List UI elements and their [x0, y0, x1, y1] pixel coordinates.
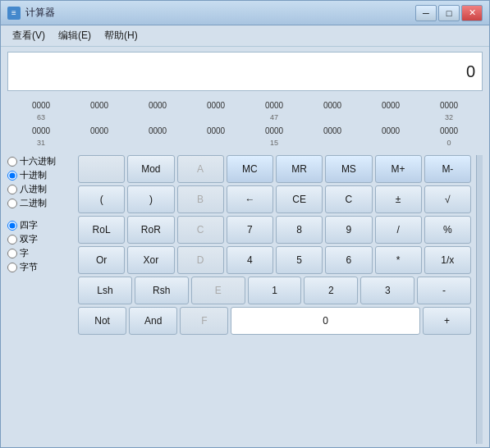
minimize-button[interactable]: ─	[415, 5, 437, 21]
bit-cell: 0000	[187, 99, 245, 112]
mr-button[interactable]: MR	[276, 155, 323, 183]
d-button: D	[177, 246, 224, 274]
bit-label: 32	[420, 112, 478, 124]
button-row-1: Mod A MC MR MS M+ M-	[78, 155, 471, 183]
bit-cell: 0000	[12, 99, 70, 112]
menubar: 查看(V) 编辑(E) 帮助(H)	[1, 25, 489, 47]
not-button[interactable]: Not	[78, 307, 126, 335]
bit-cell: 0000	[304, 99, 361, 112]
mc-button[interactable]: MC	[227, 155, 273, 183]
radio-dec-label: 十进制	[20, 169, 47, 181]
radio-hex[interactable]: 十六进制	[7, 155, 73, 167]
e-button: E	[191, 277, 245, 304]
radio-word-input[interactable]	[7, 249, 17, 258]
mminus-button[interactable]: M-	[424, 155, 471, 183]
bit-display: 0000 0000 0000 0000 0000 0000 0000 0000 …	[7, 96, 483, 152]
bit-cell: 0000	[187, 125, 245, 137]
radio-hex-input[interactable]	[7, 157, 17, 167]
bit-cell: 0000	[245, 125, 303, 137]
lparen-button[interactable]: (	[78, 185, 125, 213]
bit-cell: 0000	[71, 99, 128, 112]
word-radio-group: 四字 双字 字 字节	[7, 219, 73, 273]
n5-button[interactable]: 5	[276, 246, 323, 274]
maximize-button[interactable]: □	[438, 5, 460, 21]
radio-qword[interactable]: 四字	[7, 219, 73, 231]
n8-button[interactable]: 8	[276, 216, 323, 244]
radio-dec[interactable]: 十进制	[7, 169, 73, 181]
bit-label: 31	[12, 138, 70, 149]
radio-bin[interactable]: 二进制	[7, 197, 73, 209]
radio-qword-label: 四字	[20, 219, 38, 231]
subtract-button[interactable]: -	[417, 277, 471, 304]
multiply-button[interactable]: *	[375, 246, 422, 274]
rsh-button[interactable]: Rsh	[135, 277, 189, 304]
bit-label	[304, 112, 361, 124]
radio-dword-label: 双字	[20, 233, 38, 245]
c2-button: C	[177, 216, 224, 244]
mplus-button[interactable]: M+	[375, 155, 422, 183]
divide-button[interactable]: /	[375, 216, 422, 244]
sqrt-button[interactable]: √	[424, 185, 471, 213]
bit-label	[187, 112, 245, 124]
radio-qword-input[interactable]	[7, 221, 17, 231]
n6-button[interactable]: 6	[325, 246, 372, 274]
bit-label: 47	[245, 112, 303, 124]
bit-cell: 0000	[12, 125, 70, 137]
empty-button[interactable]	[78, 155, 125, 183]
n4-button[interactable]: 4	[227, 246, 273, 274]
radio-byte[interactable]: 字节	[7, 261, 73, 273]
titlebar: ≡ 计算器 ─ □ ✕	[1, 1, 489, 25]
ce-button[interactable]: CE	[276, 185, 323, 213]
plusminus-button[interactable]: ±	[375, 185, 422, 213]
ror-button[interactable]: RoR	[127, 216, 174, 244]
rparen-button[interactable]: )	[127, 185, 174, 213]
a-button: A	[177, 155, 224, 183]
radio-bin-input[interactable]	[7, 199, 17, 208]
radio-dword-input[interactable]	[7, 235, 17, 245]
ms-button[interactable]: MS	[325, 155, 372, 183]
close-button[interactable]: ✕	[461, 5, 483, 21]
backspace-button[interactable]: ←	[227, 185, 273, 213]
menu-help[interactable]: 帮助(H)	[99, 27, 143, 44]
and-button[interactable]: And	[129, 307, 177, 335]
xor-button[interactable]: Xor	[127, 246, 174, 274]
separator	[7, 213, 73, 216]
percent-button[interactable]: %	[424, 216, 471, 244]
menu-edit[interactable]: 编辑(E)	[53, 27, 96, 44]
app-icon: ≡	[7, 7, 21, 20]
lsh-button[interactable]: Lsh	[78, 277, 132, 304]
rol-button[interactable]: RoL	[78, 216, 125, 244]
calculator-window: ≡ 计算器 ─ □ ✕ 查看(V) 编辑(E) 帮助(H) 0 0000 000…	[0, 0, 490, 448]
mod-button[interactable]: Mod	[127, 155, 174, 183]
bit-cell: 0000	[71, 125, 128, 137]
radio-oct-input[interactable]	[7, 185, 17, 194]
bit-cell: 0000	[304, 125, 361, 137]
radio-dword[interactable]: 双字	[7, 233, 73, 245]
display: 0	[7, 52, 483, 91]
n2-button[interactable]: 2	[304, 277, 358, 304]
bit-label	[129, 138, 186, 149]
bit-label	[71, 138, 128, 149]
radio-byte-input[interactable]	[7, 263, 17, 272]
n9-button[interactable]: 9	[325, 216, 372, 244]
radio-dec-input[interactable]	[7, 171, 17, 181]
add-button[interactable]: +	[423, 307, 471, 335]
window-title: 计算器	[25, 6, 415, 20]
n3-button[interactable]: 3	[360, 277, 414, 304]
reciprocal-button[interactable]: 1/x	[424, 246, 471, 274]
bit-label: 0	[420, 138, 478, 149]
button-row-5: Lsh Rsh E 1 2 3 -	[78, 277, 471, 304]
base-radio-group: 十六进制 十进制 八进制 二进制	[7, 155, 73, 209]
button-row-2: ( ) B ← CE C ± √	[78, 185, 471, 213]
vertical-scrollbar[interactable]	[476, 155, 483, 444]
n7-button[interactable]: 7	[227, 216, 273, 244]
radio-oct[interactable]: 八进制	[7, 183, 73, 195]
radio-word[interactable]: 字	[7, 247, 73, 259]
n0-button[interactable]: 0	[231, 307, 420, 335]
or-button[interactable]: Or	[78, 246, 125, 274]
bit-cell: 0000	[362, 125, 419, 137]
menu-view[interactable]: 查看(V)	[7, 27, 50, 44]
button-row-3: RoL RoR C 7 8 9 / %	[78, 216, 471, 244]
n1-button[interactable]: 1	[248, 277, 302, 304]
c-button[interactable]: C	[325, 185, 372, 213]
